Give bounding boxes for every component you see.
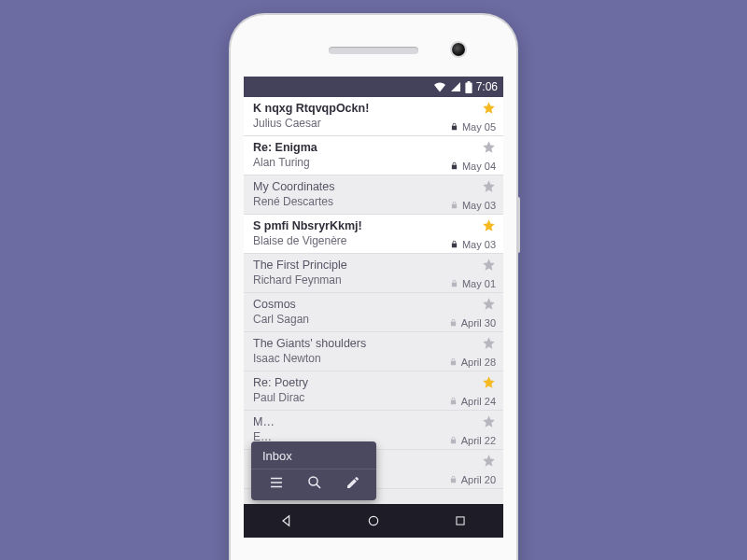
message-subject: Re: Poetry [253,376,432,391]
message-sender: René Descartes [253,195,432,209]
star-icon[interactable] [482,297,496,315]
status-bar: 7:06 [244,77,503,97]
lock-icon [449,354,458,371]
menu-button[interactable] [262,470,290,495]
message-date: April 22 [461,435,496,446]
message-sender: Blaise de Vigenère [253,234,432,248]
message-list[interactable]: K nqxg RtqvqpOckn!Julius CaesarMay 05Re:… [244,97,503,504]
star-icon[interactable] [482,140,496,158]
compose-button[interactable] [339,470,367,495]
message-date: April 20 [461,474,496,485]
lock-icon [449,471,458,488]
star-icon[interactable] [482,454,496,471]
message-subject: The Giants' shoulders [253,337,432,352]
inbox-toolbar: Inbox [251,441,376,500]
message-subject: K nqxg RtqvqpOckn! [253,102,432,117]
lock-icon [450,158,458,175]
message-date: May 05 [462,121,496,133]
message-row[interactable]: S pmfi NbsryrKkmj!Blaise de VigenèreMay … [244,215,503,254]
message-subject: Re: Enigma [253,141,432,156]
screen: 7:06 K nqxg RtqvqpOckn!Julius CaesarMay … [244,77,503,538]
message-row[interactable]: The Giants' shouldersIsaac NewtonApril 2… [244,332,503,371]
star-icon[interactable] [482,101,496,119]
lock-icon [450,236,458,253]
message-sender: Alan Turing [253,156,432,170]
star-icon[interactable] [482,414,496,432]
phone-frame: 7:06 K nqxg RtqvqpOckn!Julius CaesarMay … [231,15,516,560]
message-date: April 24 [461,396,496,407]
message-sender: Isaac Newton [253,352,432,366]
phone-speaker [329,47,418,54]
message-row[interactable]: The First PrincipleRichard FeynmanMay 01 [244,254,503,293]
nav-home-button[interactable] [355,504,392,538]
star-icon[interactable] [482,179,496,197]
inbox-toolbar-title: Inbox [262,449,367,463]
star-icon[interactable] [482,258,496,275]
status-time: 7:06 [476,80,498,93]
svg-rect-6 [457,517,464,525]
message-date: April 30 [461,317,496,329]
message-sender: Paul Dirac [253,391,432,405]
message-subject: My Coordinates [253,180,432,195]
lock-icon [450,275,458,292]
message-row[interactable]: My CoordinatesRené DescartesMay 03 [244,175,503,215]
svg-line-4 [317,484,320,488]
message-date: May 04 [462,161,496,172]
message-sender: Carl Sagan [253,313,432,327]
phone-side-button [516,197,520,253]
message-date: May 03 [462,239,496,250]
lock-icon [449,393,458,410]
lock-icon [449,432,458,449]
message-row[interactable]: Re: PoetryPaul DiracApril 24 [244,371,503,411]
nav-back-button[interactable] [268,504,305,538]
message-date: May 01 [462,278,496,289]
message-subject: S pmfi NbsryrKkmj! [253,219,432,234]
lock-icon [450,197,458,214]
message-subject: M… [253,415,432,430]
message-subject: The First Principle [253,259,432,273]
star-icon[interactable] [482,375,496,393]
lock-icon [450,119,458,135]
message-subject: Cosmos [253,298,432,313]
message-row[interactable]: CosmosCarl SaganApril 30 [244,293,503,332]
message-date: May 03 [462,200,496,211]
svg-point-5 [369,516,377,525]
lock-icon [449,315,458,331]
message-row[interactable]: Re: EnigmaAlan TuringMay 04 [244,136,503,175]
star-icon[interactable] [482,218,496,236]
message-row[interactable]: K nqxg RtqvqpOckn!Julius CaesarMay 05 [244,97,503,136]
android-nav-bar [244,504,503,538]
message-sender: Richard Feynman [253,273,432,287]
phone-camera [452,43,465,56]
message-sender: Julius Caesar [253,117,432,131]
nav-recents-button[interactable] [442,504,479,538]
svg-point-3 [309,477,317,485]
cell-signal-icon [450,81,461,92]
wifi-icon [433,81,446,92]
search-button[interactable] [301,470,329,495]
inbox-toolbar-divider [251,469,376,469]
star-icon[interactable] [482,336,496,354]
message-date: April 28 [461,357,496,368]
battery-icon [465,81,472,93]
